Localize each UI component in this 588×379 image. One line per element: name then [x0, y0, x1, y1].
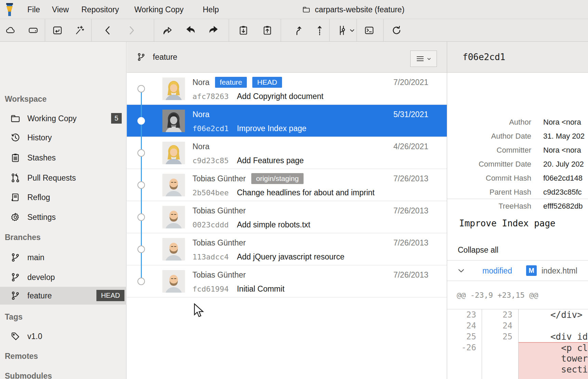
sidebar-item-history[interactable]: History	[0, 129, 126, 146]
pull-button[interactable]	[289, 19, 308, 41]
code-text: <div id	[518, 331, 588, 342]
commit-message: Change headlines for about and imprint	[237, 188, 375, 197]
menu-repository[interactable]: Repository	[81, 0, 119, 19]
commit-row[interactable]: Nora 4/26/2021 c9d23c85 Add Features pag…	[127, 137, 447, 169]
menu-file[interactable]: File	[27, 0, 40, 19]
field-value: 20. July 202	[543, 160, 588, 169]
back-button[interactable]	[98, 19, 118, 41]
commit-hash: 113adcc4	[192, 253, 229, 261]
modified-badge: M	[526, 265, 537, 276]
sidebar-item-stashes[interactable]: Stashes	[0, 149, 126, 167]
reflog-icon	[10, 192, 21, 202]
checkout-button[interactable]	[158, 19, 177, 41]
commit-author: Tobias Günther	[192, 270, 246, 280]
sidebar-header-branches: Branches	[5, 233, 41, 242]
push-button[interactable]	[310, 19, 330, 41]
commit-author: Tobias Günther	[192, 206, 246, 215]
head-badge: HEAD	[252, 77, 282, 88]
menu-view[interactable]: View	[52, 0, 69, 19]
diff-line: 23 23 </div>	[447, 309, 588, 320]
commit-row-selected[interactable]: Nora 5/31/2021 f06e2cd1 Improve Index pa…	[127, 105, 447, 137]
commit-hash: c9d23c85	[192, 156, 229, 165]
old-line-number	[447, 353, 482, 364]
open-repository-button[interactable]	[48, 19, 67, 41]
commit-row[interactable]: Tobias Günther 7/26/2013 113adcc4 Add jQ…	[127, 233, 447, 265]
sidebar-item-tag-v1[interactable]: v1.0	[0, 327, 126, 345]
sidebar-item-label: History	[27, 129, 52, 146]
sidebar-item-pull-requests[interactable]: Pull Requests	[0, 169, 126, 187]
stash-icon	[10, 153, 21, 163]
sidebar-item-settings[interactable]: Settings	[0, 208, 126, 226]
gear-icon	[10, 212, 21, 222]
refresh-button[interactable]	[387, 19, 406, 41]
quick-actions-button[interactable]	[69, 19, 89, 41]
avatar	[162, 110, 185, 132]
field-label: Committer Date	[447, 160, 531, 169]
detail-commit-hash: f06e2cd1	[463, 42, 505, 73]
redo-button[interactable]	[203, 19, 223, 41]
sidebar: Workspace Working Copy 5 History	[0, 42, 126, 379]
graph-node	[137, 278, 145, 285]
old-line-number: 25	[447, 331, 482, 342]
detail-commit-message: Improve Index page	[459, 218, 556, 228]
collapse-all-link[interactable]: Collapse all	[458, 245, 498, 255]
graph-node	[137, 149, 145, 157]
sidebar-item-working-copy[interactable]: Working Copy 5	[0, 110, 126, 127]
chevron-down-icon	[427, 56, 431, 61]
undo-button[interactable]	[181, 19, 201, 41]
commit-author: Tobias Günther	[192, 174, 246, 183]
chevron-down-icon[interactable]	[457, 267, 465, 275]
forward-button[interactable]	[122, 19, 142, 41]
commit-hash: 2b504bee	[192, 188, 229, 197]
field-label: Committer	[447, 146, 531, 155]
sidebar-item-label: Stashes	[27, 149, 56, 167]
commit-row[interactable]: Tobias Günther 7/26/2013 0023cddd Add si…	[127, 201, 447, 233]
sidebar-header-workspace: Workspace	[5, 95, 46, 104]
changed-file-row[interactable]: modified M index.html	[447, 261, 588, 281]
devices-button[interactable]	[23, 19, 43, 41]
commit-hash: fcd61994	[192, 285, 229, 293]
commit-row[interactable]: Nora feature HEAD 7/20/2021 afc78263 Add…	[127, 73, 447, 105]
window-title: carparts-website (feature)	[302, 0, 404, 19]
field-label: Author	[447, 118, 531, 127]
detail-fields: Author Nora <nora Author Date 31. May 20…	[447, 73, 588, 199]
field-value: f06e2cd148	[543, 174, 588, 183]
history-icon	[10, 132, 21, 143]
commit-author: Nora	[192, 78, 210, 87]
menu-help[interactable]: Help	[203, 0, 219, 19]
sidebar-item-branch-feature[interactable]: feature HEAD	[0, 287, 126, 305]
new-line-number	[482, 353, 518, 364]
commit-row[interactable]: Tobias Günther 7/26/2013 fcd61994 Initia…	[127, 265, 447, 297]
sidebar-header-tags: Tags	[5, 312, 23, 322]
new-line-number: 25	[482, 331, 518, 342]
sidebar-item-reflog[interactable]: Reflog	[0, 188, 126, 206]
list-options-button[interactable]	[410, 51, 437, 67]
stash-apply-button[interactable]	[257, 19, 277, 41]
commit-message: Improve Index page	[237, 124, 306, 133]
sidebar-item-branch-develop[interactable]: develop	[0, 268, 126, 286]
hunk-range: @@ -23,9 +23,15 @@	[457, 281, 538, 309]
old-line-number	[447, 364, 482, 375]
diff-column-divider	[518, 309, 519, 379]
folder-icon	[10, 113, 21, 124]
graph-node	[137, 85, 145, 93]
merge-dropdown-chevron[interactable]	[347, 19, 357, 41]
commit-message-section: Improve Index page Collapse all	[447, 199, 588, 261]
avatar	[162, 174, 185, 196]
commit-date: 7/20/2021	[393, 78, 433, 87]
stash-save-button[interactable]	[233, 19, 253, 41]
menu-working-copy[interactable]: Working Copy	[134, 0, 184, 19]
hamburger-icon	[416, 56, 424, 62]
sidebar-item-label: Settings	[27, 208, 56, 226]
commit-row[interactable]: Tobias Günther origin/staging 7/26/2013 …	[127, 169, 447, 201]
code-text: </div>	[518, 309, 588, 320]
diff-line: 25 25 <div id	[447, 331, 588, 342]
sidebar-item-branch-main[interactable]: main	[0, 249, 126, 266]
commit-date: 7/26/2013	[393, 174, 433, 183]
terminal-button[interactable]	[359, 19, 379, 41]
code-text: <p cl	[518, 342, 588, 353]
commit-message: Add Copyright document	[237, 92, 323, 101]
avatar	[162, 270, 185, 293]
toolbar	[0, 19, 588, 42]
cloud-button[interactable]	[1, 19, 21, 41]
